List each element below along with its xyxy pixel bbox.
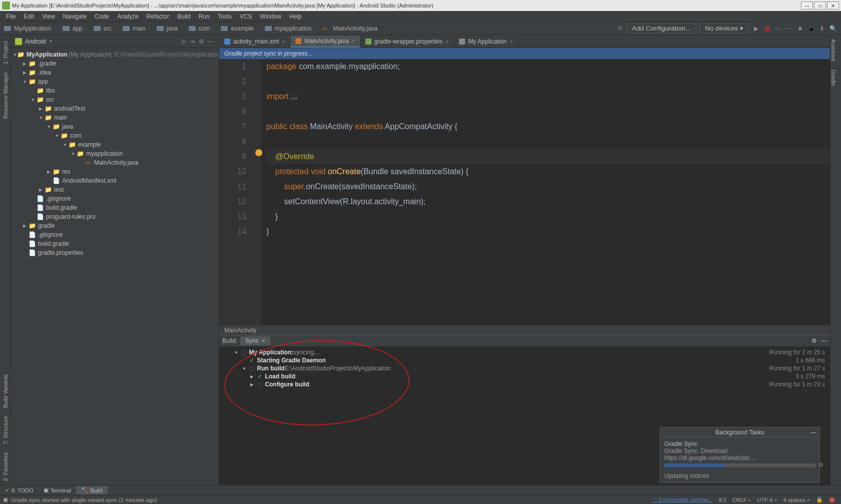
search-icon[interactable]: 🔍 <box>828 24 838 34</box>
collapse-icon[interactable]: ⇥ <box>188 38 197 45</box>
status-warning-icon[interactable]: ⬤ <box>826 496 838 503</box>
device-selector[interactable]: No devices ▾ <box>699 24 749 34</box>
add-configuration-button[interactable]: Add Configuration... <box>627 24 697 34</box>
stop-icon[interactable]: ■ <box>795 24 805 34</box>
build-row[interactable]: ▶✓ Load build <box>234 372 390 380</box>
attach-icon[interactable]: ⋯ <box>784 24 794 34</box>
crumb-3[interactable]: main〉 <box>122 24 155 33</box>
crumb-6[interactable]: example〉 <box>220 24 262 33</box>
tree-item[interactable]: ▼📁com <box>11 131 219 140</box>
build-row[interactable]: ✓ Starting Gradle Daemon <box>234 356 390 364</box>
chevron-down-icon[interactable]: ▼ <box>49 39 53 44</box>
menu-tools[interactable]: Tools <box>214 12 236 21</box>
status-indent[interactable]: 4 spaces ÷ <box>780 497 813 503</box>
tree-item[interactable]: ▼📁example <box>11 140 219 149</box>
tree-root[interactable]: ▼📁MyApplication [My Application] E:\Andr… <box>11 50 219 59</box>
maximize-button[interactable]: ▭ <box>814 2 826 10</box>
tree-item[interactable]: ⬄MainActivity.java <box>11 158 219 167</box>
minimize-icon[interactable]: — <box>810 427 816 437</box>
menu-navigate[interactable]: Navigate <box>59 12 91 21</box>
tree-item[interactable]: 📄.gitignore <box>11 194 219 203</box>
gutter-gradle[interactable]: Gradle <box>830 66 836 90</box>
crumb-2[interactable]: src〉 <box>93 24 121 33</box>
menu-help[interactable]: Help <box>285 12 306 21</box>
gutter-project[interactable]: 1: Project <box>3 37 9 68</box>
gear-icon[interactable]: ⚙ <box>197 38 206 45</box>
hide-panel-icon[interactable]: — <box>821 337 827 344</box>
gutter-assistant[interactable]: Assistant <box>830 35 836 66</box>
menu-edit[interactable]: Edit <box>20 12 38 21</box>
tree-item[interactable]: ▶📁res <box>11 167 219 176</box>
tab-my-application[interactable]: My Application× <box>454 36 518 48</box>
gutter-favorites[interactable]: 2: Favorites <box>3 448 9 485</box>
crumb-7[interactable]: myapplication〉 <box>264 24 320 33</box>
menu-refactor[interactable]: Refactor <box>143 12 173 21</box>
menu-vcs[interactable]: VCS <box>236 12 256 21</box>
crumb-1[interactable]: app〉 <box>62 24 92 33</box>
debug-icon[interactable]: 🐞 <box>762 24 772 34</box>
sdk-icon[interactable]: ⬇ <box>817 24 827 34</box>
tree-item[interactable]: ▼📁src <box>11 95 219 104</box>
status-encoding[interactable]: UTF-8 ÷ <box>754 497 780 503</box>
menu-view[interactable]: View <box>38 12 59 21</box>
status-lock-icon[interactable]: 🔒 <box>813 496 826 503</box>
code-editor[interactable]: 12367891011121314 package com.example.my… <box>219 59 830 325</box>
close-icon[interactable]: × <box>352 39 355 44</box>
tree-item[interactable]: ▼📁app <box>11 77 219 86</box>
menu-run[interactable]: Run <box>195 12 214 21</box>
tree-item[interactable]: 📄AndroidManifest.xml <box>11 176 219 185</box>
profile-icon[interactable]: ⋯ <box>773 24 783 34</box>
crumb-4[interactable]: java〉 <box>156 24 187 33</box>
status-processes[interactable]: ◌ 2 processes running... <box>649 496 715 503</box>
close-icon[interactable]: × <box>262 337 265 344</box>
bottom-terminal[interactable]: ▣ Terminal <box>39 486 77 494</box>
crumb-5[interactable]: com〉 <box>188 24 219 33</box>
tree-item[interactable]: ▼📁java <box>11 122 219 131</box>
sync-icon[interactable]: ↺ <box>615 24 625 34</box>
run-icon[interactable]: ▶ <box>751 24 761 34</box>
lightbulb-icon[interactable] <box>255 149 262 156</box>
crumb-0[interactable]: MyApplication〉 <box>3 24 61 33</box>
menu-analyze[interactable]: Analyze <box>113 12 143 21</box>
project-view-selector[interactable]: Android <box>25 38 46 45</box>
tree-item[interactable]: ▶📁gradle <box>11 221 219 230</box>
build-row[interactable]: ▼◌ My Application: syncing... <box>234 348 390 356</box>
tree-item[interactable]: ▶📁.gradle <box>11 59 219 68</box>
tab-activity-main[interactable]: activity_main.xml× <box>219 36 290 48</box>
tab-gradle-wrapper[interactable]: gradle-wrapper.properties× <box>360 36 455 48</box>
build-row[interactable]: ▼◌ Run build E:\AndroidStudioProjects\My… <box>234 364 390 372</box>
tree-item[interactable]: 📄build.gradle <box>11 239 219 248</box>
bottom-todo[interactable]: ✓ 6: TODO <box>0 486 39 494</box>
tree-item[interactable]: ▶📁test <box>11 185 219 194</box>
build-tab-sync[interactable]: Sync× <box>240 336 270 345</box>
close-icon[interactable]: × <box>446 39 449 45</box>
editor-breadcrumb[interactable]: MainActivity <box>219 325 830 335</box>
tree-item[interactable]: 📄build.gradle <box>11 203 219 212</box>
status-line-ending[interactable]: CRLF ÷ <box>729 497 754 503</box>
menu-window[interactable]: Window <box>256 12 285 21</box>
close-icon[interactable]: × <box>510 39 513 45</box>
gutter-structure[interactable]: 7: Structure <box>3 412 9 448</box>
bottom-build[interactable]: 🔨 Build <box>76 486 107 494</box>
tree-item[interactable]: 📄proguard-rules.pro <box>11 212 219 221</box>
tree-item[interactable]: 📄gradle.properties <box>11 248 219 257</box>
menu-code[interactable]: Code <box>91 12 113 21</box>
tree-item[interactable]: ▼📁main <box>11 113 219 122</box>
tab-mainactivity[interactable]: MainActivity.java× <box>290 36 360 48</box>
status-cursor-pos[interactable]: 9:2 <box>715 497 729 503</box>
tree-item[interactable]: ▶📁androidTest <box>11 104 219 113</box>
gutter-resource-manager[interactable]: Resource Manager <box>3 68 9 123</box>
project-tree[interactable]: ▼📁MyApplication [My Application] E:\Andr… <box>11 48 219 485</box>
menu-build[interactable]: Build <box>173 12 195 21</box>
menu-file[interactable]: File <box>2 12 20 21</box>
close-icon[interactable]: × <box>282 39 285 45</box>
crumb-8[interactable]: ⬄ MainActivity.java <box>321 25 378 32</box>
tree-item[interactable]: 📄.gitignore <box>11 230 219 239</box>
build-tree[interactable]: ▼◌ My Application: syncing... ✓ Starting… <box>234 348 390 483</box>
minimize-button[interactable]: — <box>801 2 813 10</box>
cancel-icon[interactable]: ⊘ <box>818 461 823 468</box>
tree-item[interactable]: ▼📁myapplication <box>11 149 219 158</box>
target-icon[interactable]: ◎ <box>179 38 188 45</box>
tree-item[interactable]: 📁libs <box>11 86 219 95</box>
tree-item[interactable]: ▶📁.idea <box>11 68 219 77</box>
